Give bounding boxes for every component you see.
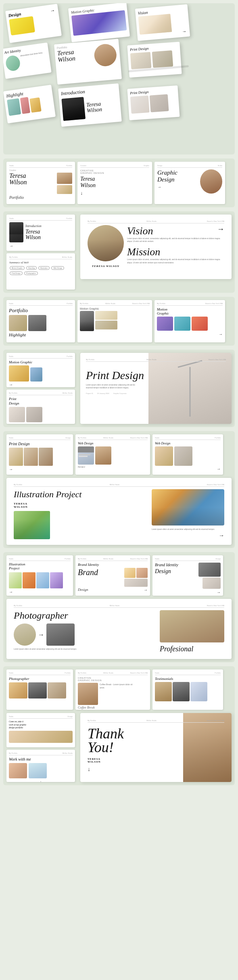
br2-hdr: Studio Design <box>155 558 221 561</box>
illus-body: Lorem ipsum dolor sit amet consectetur a… <box>152 528 224 531</box>
hero-card-5: Portfolio TeresaWilson <box>54 39 122 85</box>
mg-hdr-m: McKee Studio <box>105 302 115 304</box>
skill-title: Summary of Skill <box>9 261 72 264</box>
creative-sm-body: Coffee Break - Lorem ipsum dolor sit ame… <box>100 683 136 689</box>
photo-portrait <box>160 610 224 642</box>
slide-thank-you[interactable]: My Portfolio McKee Studio Based in New Y… <box>80 713 232 782</box>
slide-motion-2[interactable]: My Portfolio Based in New York USA Motio… <box>154 300 225 342</box>
testimonials-title: Testimonials <box>155 677 221 681</box>
wm-r: McKee Studio <box>63 752 73 754</box>
slide-photographer-large[interactable]: My Portfolio McKee Studio Based in New Y… <box>6 599 232 659</box>
hdr-left-2: Creative <box>80 165 86 167</box>
vision-content: TERESA WILSON Vision → Lorem ipsum dolor… <box>88 225 224 268</box>
tag-illustration: Illustration <box>38 266 50 270</box>
slide-portfolio-highlight[interactable]: Studio Portfolio Portfolio Highlight <box>6 300 75 342</box>
section-7-right: My Portfolio McKee Studio Based in New Y… <box>80 713 232 782</box>
photo-hdr: My Portfolio McKee Studio Based in New Y… <box>14 605 224 608</box>
slide-illus-sm[interactable]: Studio Portfolio IllustrationProject → <box>6 555 73 596</box>
slide-graphic-design[interactable]: Design Studio GraphicDesign → <box>154 162 225 204</box>
slide-motion-sm[interactable]: Studio Portfolio Motion Graphic → <box>6 353 75 387</box>
mg2-hdr-r: Based in New York USA <box>205 302 223 304</box>
print-large-hdr: My Portfolio McKee Studio Based in New Y… <box>86 359 226 362</box>
ty-l: My Portfolio <box>88 719 96 721</box>
section-2-left: Studio Portfolio Introduction TeresaWils… <box>6 215 77 290</box>
slide-vision-mission[interactable]: My Portfolio McKee Studio Based in New Y… <box>80 215 232 279</box>
ph-l: My Portfolio <box>14 605 22 607</box>
slide-work-with-me[interactable]: My Portfolio McKee Studio Work with me ↓ <box>6 750 75 782</box>
slide-photo-sm[interactable]: Studio Portfolio Photographer <box>6 669 73 710</box>
hero-section: Design → Motion Graphic Vision → Art Ide… <box>3 3 235 154</box>
slide-brand-1[interactable]: My Portfolio McKee Studio Based in New Y… <box>75 555 150 596</box>
ps-hdr: Studio Portfolio <box>9 672 71 675</box>
wm-arrow: ↓ <box>9 780 73 782</box>
w1-m: McKee Studio <box>103 437 113 439</box>
print-content: My Portfolio McKee Studio Based in New Y… <box>80 353 232 400</box>
portfolio-text: Portfolio <box>9 307 73 314</box>
design-label: Design <box>78 588 88 592</box>
hero-card-3: Vision → <box>135 4 190 41</box>
section-4-right: My Portfolio McKee Studio Based in New Y… <box>80 353 232 424</box>
print-large-title: Print Design <box>86 370 226 381</box>
arrow-3: → <box>182 29 187 34</box>
slide-category: Creative <box>9 169 72 171</box>
tag-motion: Motion Graphic <box>10 266 25 270</box>
slide-creative-graphic[interactable]: Creative Graphic CREATIVEGRAPHIC DESIGN … <box>77 162 152 204</box>
pm-hdr: Studio Design <box>9 437 71 440</box>
print-sm-hdr: My Portfolio McKee Studio <box>9 392 73 395</box>
section-3-slides: Studio Portfolio Portfolio Highlight My … <box>6 300 232 342</box>
slide-brand-2[interactable]: Studio Design Brand Identity Design → <box>152 555 223 596</box>
slide-print-large[interactable]: My Portfolio McKee Studio Based in New Y… <box>80 353 232 424</box>
date-label: 25 January 2024 <box>97 392 109 394</box>
is-hdr: Studio Portfolio <box>9 558 71 561</box>
print-body-text: Lorem ipsum dolor sit amet consectetur a… <box>86 384 138 389</box>
vision-hdr-m: McKee Studio <box>146 220 157 222</box>
is-r: Portfolio <box>65 558 71 560</box>
slide-illustration-large[interactable]: My Portfolio McKee Studio Based in New Y… <box>6 478 232 545</box>
slide-print-mini[interactable]: Studio Design Print Design → <box>6 434 73 475</box>
photo-left: Photographer → Lorem ipsum dolor sit ame… <box>14 610 155 651</box>
arrow-1: → <box>50 7 55 14</box>
illus-title: Illustration Project <box>14 489 147 500</box>
intro-hdr-l: Studio <box>9 217 14 219</box>
photo-arrow-center: → <box>38 631 44 638</box>
slide-web-1[interactable]: My Portfolio McKee Studio Based in New Y… <box>75 434 150 475</box>
slide-testimonials[interactable]: Studio Portfolio Testimonials <box>152 669 223 710</box>
w1-l: My Portfolio <box>78 437 86 439</box>
slide-motion-1[interactable]: My Portfolio McKee Studio Based in New Y… <box>77 300 152 342</box>
mg2-header: My Portfolio Based in New York USA <box>157 302 223 306</box>
come-on-text: Come on, take itwork at top graphicdesig… <box>9 720 73 730</box>
cg-m: McKee Studio <box>103 672 113 674</box>
br1-hdr: My Portfolio McKee Studio Based in New Y… <box>78 558 148 561</box>
w1-r: Based in New York USA <box>130 437 148 439</box>
il-l: My Portfolio <box>14 484 22 486</box>
header-right: Portfolio <box>66 165 72 167</box>
section-4-left: Studio Portfolio Motion Graphic → My Por… <box>6 353 77 424</box>
slide-introduction[interactable]: Studio Portfolio Introduction TeresaWils… <box>6 215 75 251</box>
brand-arrow: → <box>144 588 148 592</box>
slide-web-2[interactable]: Studio Portfolio Web Design → <box>152 434 223 475</box>
pl-hdr-r: Based in New York USA <box>209 359 226 361</box>
slide-come-on[interactable]: Studio Design Come on, take itwork at to… <box>6 713 75 747</box>
portfolio-label: Portfolio <box>9 195 72 200</box>
skill-hdr-l: My Portfolio <box>9 256 18 258</box>
web-design-title: Web Design <box>78 442 148 445</box>
section-1-slides: Studio Portfolio Creative TeresaWilson P… <box>6 162 232 204</box>
is-arrow: → <box>9 590 71 594</box>
slide-teresa-portfolio[interactable]: Studio Portfolio Creative TeresaWilson P… <box>6 162 75 204</box>
section-5-top: Studio Design Print Design → My Portfoli… <box>6 434 232 475</box>
pl-hdr-l: My Portfolio <box>86 359 94 361</box>
msm-l: Studio <box>9 355 13 357</box>
slide-skill-summary[interactable]: My Portfolio McKee Studio Summary of Ski… <box>6 253 75 290</box>
illus-left: Illustration Project TERESAWILSON <box>14 489 147 539</box>
intro-hdr-r: Portfolio <box>66 217 72 219</box>
co-l: Studio <box>9 715 13 717</box>
slide-print-sm[interactable]: My Portfolio McKee Studio PrintDesign → <box>6 390 75 424</box>
hero-card-1: Design → <box>5 4 62 43</box>
slide-creative-sm[interactable]: My Portfolio McKee Studio Based in New Y… <box>75 669 150 710</box>
section-7-top: Studio Portfolio Photographer My Portfol… <box>6 669 232 710</box>
motion-sm-hdr: Studio Portfolio <box>9 355 73 359</box>
hero-card-3-img <box>138 14 172 35</box>
photo-circle-1 <box>14 623 36 646</box>
vision-hdr-l: My Portfolio <box>88 220 96 222</box>
is-l: Studio <box>9 558 13 560</box>
